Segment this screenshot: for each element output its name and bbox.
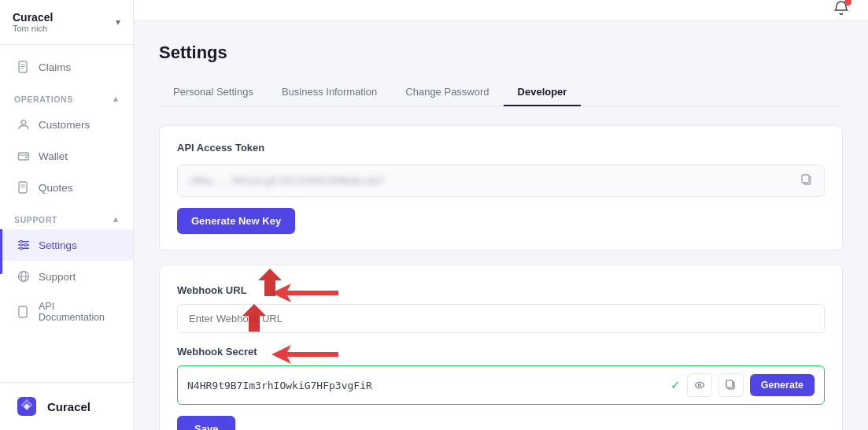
brand-selector[interactable]: Curacel Tom nich ▾ (0, 0, 133, 45)
copy-token-icon[interactable] (800, 173, 813, 188)
sidebar-item-settings[interactable]: Settings (0, 229, 133, 261)
sidebar-item-support[interactable]: Support (0, 261, 133, 292)
generate-new-key-button[interactable]: Generate New Key (177, 208, 295, 234)
api-docs-icon (17, 305, 31, 319)
secret-check-icon: ✓ (670, 378, 681, 392)
operations-section: OPERATIONS ▴ (0, 83, 133, 109)
page-title: Settings (159, 43, 843, 63)
sidebar-item-customers[interactable]: Customers (0, 109, 133, 140)
tab-change-password[interactable]: Change Password (391, 79, 503, 106)
customers-icon (17, 117, 31, 132)
notification-badge (844, 0, 851, 6)
arrow-annotation-1 (271, 281, 342, 305)
sidebar-nav: Claims OPERATIONS ▴ Customers (0, 45, 133, 382)
sidebar-item-api-docs[interactable]: API Documentation (0, 292, 133, 332)
api-token-row: cNhw...7HFp3vgFiR1234567890abcdef (177, 165, 825, 197)
curacel-text: Curacel (47, 400, 90, 413)
wallet-icon (17, 149, 31, 163)
webhook-card: Webhook URL Webhook Secret (159, 265, 843, 430)
brand-subtitle: Tom nich (13, 24, 53, 33)
webhook-secret-section: Webhook Secret ✓ (177, 346, 825, 405)
svg-point-15 (20, 247, 23, 250)
settings-label: Settings (39, 239, 77, 251)
svg-rect-22 (802, 175, 809, 183)
tab-business-info[interactable]: Business Information (268, 79, 391, 106)
support-icon (17, 269, 31, 284)
svg-point-4 (21, 120, 26, 125)
svg-point-14 (25, 244, 28, 247)
settings-tabs: Personal Settings Business Information C… (159, 79, 843, 106)
webhook-url-label: Webhook URL (177, 284, 825, 296)
webhook-secret-label: Webhook Secret (177, 346, 825, 358)
api-token-label: API Access Token (177, 142, 825, 154)
quotes-icon (17, 180, 31, 195)
quotes-label: Quotes (39, 182, 73, 194)
api-docs-label: API Documentation (39, 301, 119, 323)
brand-name: Curacel (13, 11, 53, 24)
save-button[interactable]: Save (177, 416, 235, 430)
settings-icon (17, 238, 31, 252)
claims-label: Claims (39, 61, 71, 73)
svg-point-27 (698, 384, 700, 387)
api-token-card: API Access Token cNhw...7HFp3vgFiR123456… (159, 125, 843, 250)
main-content: Settings Personal Settings Business Info… (134, 0, 868, 430)
svg-marker-25 (271, 284, 338, 302)
secret-generate-button[interactable]: Generate (750, 374, 814, 396)
sidebar: Curacel Tom nich ▾ Claims OPERATIONS ▴ (0, 0, 134, 430)
customers-label: Customers (39, 119, 90, 131)
arrow-annotation-2 (271, 343, 342, 366)
support-caret-icon[interactable]: ▴ (113, 214, 119, 224)
svg-rect-6 (25, 157, 28, 158)
curacel-logo-icon (14, 394, 39, 419)
sidebar-item-claims[interactable]: Claims (0, 51, 133, 83)
brand-chevron-icon: ▾ (116, 17, 120, 28)
settings-content: Settings Personal Settings Business Info… (134, 20, 868, 430)
svg-point-13 (20, 240, 23, 243)
notification-button[interactable] (833, 0, 849, 20)
claims-icon (17, 60, 31, 74)
wallet-label: Wallet (39, 150, 68, 162)
svg-rect-19 (19, 306, 27, 317)
support-section: SUPPORT ▴ (0, 203, 133, 229)
sidebar-item-quotes[interactable]: Quotes (0, 172, 133, 203)
svg-rect-29 (726, 380, 733, 387)
webhook-section: Webhook URL (177, 284, 825, 333)
secret-copy-button[interactable] (718, 373, 744, 397)
tab-personal-settings[interactable]: Personal Settings (159, 79, 268, 106)
secret-eye-button[interactable] (687, 373, 712, 397)
webhook-secret-row: ✓ Generate (177, 365, 825, 405)
webhook-url-input[interactable] (177, 304, 825, 333)
api-token-value: cNhw...7HFp3vgFiR1234567890abcdef (189, 175, 792, 187)
webhook-secret-input[interactable] (187, 380, 664, 391)
tab-developer[interactable]: Developer (504, 79, 582, 106)
sidebar-bottom-brand: Curacel (0, 382, 133, 430)
support-label: Support (39, 271, 76, 283)
operations-caret-icon[interactable]: ▴ (113, 94, 119, 104)
sidebar-item-wallet[interactable]: Wallet (0, 140, 133, 172)
svg-marker-26 (271, 345, 338, 364)
svg-rect-5 (19, 153, 29, 160)
topbar (134, 0, 868, 20)
